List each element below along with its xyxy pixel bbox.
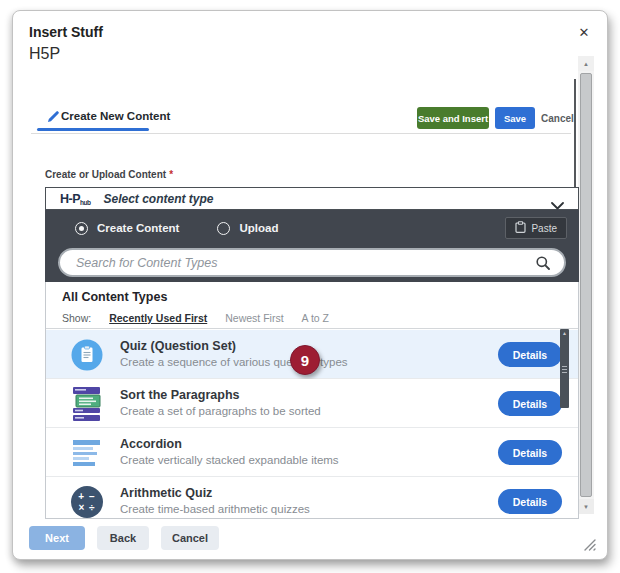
select-placeholder-text: Select content type — [103, 192, 213, 206]
content-type-select[interactable]: H-Phub Select content type — [45, 187, 579, 210]
list-scrollbar-thumb[interactable]: ▲ — [560, 329, 569, 408]
list-heading: All Content Types — [62, 290, 167, 304]
item-title: Accordion — [120, 437, 182, 451]
clipboard-icon — [515, 221, 526, 235]
filter-recently-used-first[interactable]: Recently Used First — [109, 312, 207, 324]
mode-radio-row: Create Content Upload Paste — [45, 210, 579, 246]
page: Insert Stuff H5P ✕ ▲ ▼ Create New Conten… — [0, 0, 620, 573]
details-button[interactable]: Details — [498, 489, 562, 514]
accordion-icon — [70, 436, 104, 470]
filter-newest-first[interactable]: Newest First — [225, 312, 283, 324]
paste-button[interactable]: Paste — [505, 217, 567, 239]
list-divider — [46, 328, 578, 329]
save-button[interactable]: Save — [495, 107, 535, 129]
search-input[interactable] — [60, 250, 564, 275]
paste-button-label: Paste — [531, 223, 557, 234]
item-description: Create a set of paragraphs to be sorted — [120, 405, 321, 417]
scroll-down-icon[interactable]: ▼ — [578, 499, 594, 514]
details-button[interactable]: Details — [498, 342, 562, 367]
dialog-scrollbar-thumb[interactable] — [580, 73, 592, 497]
save-and-insert-button[interactable]: Save and Insert — [417, 107, 489, 129]
sort-paragraphs-icon — [70, 387, 104, 421]
active-tab-underline — [37, 128, 149, 131]
scrollbar-grip — [562, 366, 567, 375]
close-icon[interactable]: ✕ — [573, 21, 595, 43]
quiz-question-set-icon — [70, 338, 104, 372]
list-item-sort-the-paragraphs[interactable]: Sort the Paragraphs Create a set of para… — [46, 379, 578, 428]
item-title: Quiz (Question Set) — [120, 339, 236, 353]
arithmetic-quiz-icon: + −× ÷ — [70, 485, 104, 519]
radio-selected-icon — [75, 222, 88, 235]
radio-unselected-icon — [217, 222, 230, 235]
hub-panel: Create Content Upload Paste — [45, 210, 579, 292]
item-description: Create vertically stacked expandable ite… — [120, 454, 339, 466]
list-item-arithmetic-quiz[interactable]: + −× ÷ Arithmetic Quiz Create time-based… — [46, 477, 578, 519]
details-button[interactable]: Details — [498, 391, 562, 416]
dialog-scrollbar[interactable]: ▲ ▼ — [578, 56, 594, 514]
tab-divider — [31, 133, 571, 134]
dialog-subtitle: H5P — [29, 45, 60, 63]
item-title: Arithmetic Quiz — [120, 486, 212, 500]
show-label: Show: — [62, 312, 91, 324]
search-icon[interactable] — [535, 255, 551, 275]
radio-create-content-label: Create Content — [97, 222, 179, 234]
footer-cancel-button[interactable]: Cancel — [161, 526, 219, 550]
required-marker: * — [169, 169, 173, 180]
radio-upload-label: Upload — [239, 222, 278, 234]
radio-create-content[interactable]: Create Content — [75, 222, 179, 235]
back-button[interactable]: Back — [97, 526, 149, 550]
annotation-step-badge: 9 — [290, 345, 320, 375]
sort-filter-row: Show: Recently Used First Newest First A… — [62, 312, 329, 324]
list-scroll-up-icon: ▲ — [560, 330, 569, 336]
pencil-icon — [47, 109, 60, 127]
radio-upload[interactable]: Upload — [217, 222, 278, 235]
field-label: Create or Upload Content* — [45, 169, 173, 180]
list-item-accordion[interactable]: Accordion Create vertically stacked expa… — [46, 428, 578, 477]
details-button[interactable]: Details — [498, 440, 562, 465]
item-title: Sort the Paragraphs — [120, 388, 239, 402]
h5p-hub-logo: H-Phub — [60, 192, 90, 206]
scroll-up-icon[interactable]: ▲ — [578, 56, 594, 71]
search-bar — [58, 248, 566, 277]
list-item-quiz-question-set[interactable]: Quiz (Question Set) Create a sequence of… — [46, 330, 578, 379]
next-button[interactable]: Next — [29, 526, 85, 550]
tab-create-new-content[interactable]: Create New Content — [61, 110, 170, 122]
field-label-text: Create or Upload Content — [45, 169, 166, 180]
resize-handle[interactable] — [583, 538, 597, 552]
filter-a-to-z[interactable]: A to Z — [302, 312, 329, 324]
dialog-title: Insert Stuff — [29, 24, 103, 40]
insert-stuff-dialog: Insert Stuff H5P ✕ ▲ ▼ Create New Conten… — [12, 10, 608, 560]
content-type-list: All Content Types Show: Recently Used Fi… — [45, 282, 579, 519]
item-description: Create time-based arithmetic quizzes — [120, 503, 310, 515]
cancel-link[interactable]: Cancel — [541, 113, 574, 124]
